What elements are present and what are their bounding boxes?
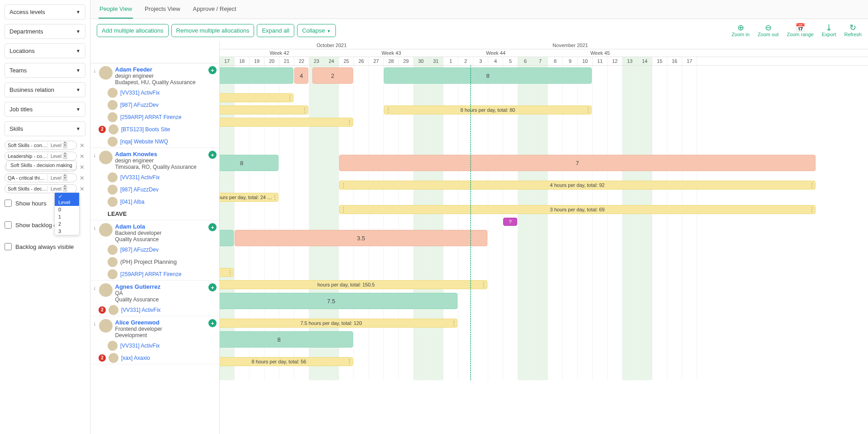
day-cell[interactable]: 5 [503, 57, 518, 65]
expand-all-button[interactable]: Expand all [257, 24, 294, 37]
availability-bar[interactable] [220, 67, 293, 84]
day-cell[interactable]: 18 [235, 57, 250, 65]
add-allocation-button[interactable]: + [208, 319, 217, 327]
backlog-visible-cb[interactable] [5, 243, 12, 250]
tab-approve-reject[interactable]: Approve / Reject [192, 0, 237, 19]
project-link[interactable]: [VV331] ActivFix [120, 90, 160, 96]
day-cell[interactable]: 15 [652, 57, 667, 65]
day-cell[interactable]: 1 [443, 57, 458, 65]
person-name-link[interactable]: Adam Lola [115, 223, 217, 230]
day-cell[interactable]: 7 [533, 57, 548, 65]
level-selector[interactable]: Level ▴▾ [47, 142, 67, 148]
allocation-bar[interactable]: ⋮ [220, 105, 308, 114]
day-cell[interactable]: 21 [279, 57, 294, 65]
person-name-link[interactable]: Alice Greenwod [115, 319, 217, 326]
project-link[interactable]: [987] AFuzzDev [120, 186, 159, 193]
day-cell[interactable]: 6 [518, 57, 533, 65]
allocation-track[interactable]: ⋮ [220, 267, 868, 279]
skill-pill[interactable]: Soft Skills - conflict r… Level ▴▾ [5, 141, 77, 150]
person-name-link[interactable]: Adam Knowles [115, 151, 217, 157]
allocation-track[interactable] [220, 368, 868, 380]
resize-handle-icon[interactable]: ⋮ [227, 269, 232, 276]
allocation-track[interactable]: ⋮⋮8 hours per day, total: 80⋮ [220, 104, 868, 116]
day-cell[interactable]: 27 [369, 57, 384, 65]
availability-bar[interactable]: 8 [384, 67, 592, 84]
filter-locations[interactable]: Locations▼ [5, 43, 85, 58]
level-dropdown[interactable]: ✓ Level0123 [54, 192, 80, 235]
project-link[interactable]: [259ARP] ARPAT Firenze [120, 114, 181, 120]
add-allocation-button[interactable]: + [208, 283, 217, 291]
project-link[interactable]: [VV331] ActivFix [121, 307, 160, 313]
day-cell[interactable]: 11 [593, 57, 608, 65]
day-cell[interactable]: 17 [220, 57, 235, 65]
day-cell[interactable]: 10 [578, 57, 593, 65]
project-link[interactable]: [259ARP] ARPAT Firenze [120, 271, 181, 277]
allocation-track[interactable]: 8 hours per day, total: 56⋮ [220, 356, 868, 368]
availability-bar[interactable]: 3.5 [235, 230, 487, 246]
project-link[interactable]: [BTS123] Boots Site [121, 126, 170, 133]
day-cell[interactable]: 16 [667, 57, 682, 65]
collapse-icon[interactable]: ↓ [93, 66, 96, 74]
resize-handle-icon[interactable]: ⋮ [272, 194, 277, 200]
remove-icon[interactable]: ✕ [79, 142, 85, 149]
allocation-bar[interactable]: 8 hours per day, total: 56⋮ [220, 357, 353, 366]
availability-bar[interactable]: 8 [220, 155, 278, 171]
level-option[interactable]: 3 [55, 228, 79, 235]
allocation-track[interactable] [220, 141, 868, 153]
day-cell[interactable]: 29 [399, 57, 414, 65]
remove-icon[interactable]: ✕ [79, 175, 85, 181]
tab-people-view[interactable]: People View [99, 0, 133, 19]
day-cell[interactable]: 23 [309, 57, 324, 65]
allocation-track[interactable]: 8 hours per day, total: 24 …⋮ [220, 191, 868, 204]
skill-pill[interactable]: Leadership - cost m… Level ▴▾ [5, 152, 77, 161]
level-option[interactable]: 2 [55, 220, 79, 228]
availability-bar[interactable] [220, 230, 234, 246]
remove-icon[interactable]: ✕ [79, 164, 85, 171]
level-selector[interactable]: Level ▴▾ [47, 153, 67, 159]
day-cell[interactable]: 3 [473, 57, 488, 65]
allocation-track[interactable]: ⋮4 hours per day, total: 92⋮ [220, 179, 868, 191]
zoom-in-button[interactable]: ⊕Zoom in [731, 24, 750, 37]
resize-handle-icon[interactable]: ⋮ [809, 206, 814, 213]
availability-track[interactable]: 7.5 [220, 291, 868, 317]
project-link[interactable]: [xax] Axaxio [121, 355, 150, 361]
resize-handle-icon[interactable]: ⋮ [302, 107, 307, 113]
add-multiple-allocations-button[interactable]: Add multiple allocations [97, 24, 169, 37]
collapse-icon[interactable]: ↓ [93, 283, 96, 291]
allocation-bar[interactable]: ⋮ [220, 268, 234, 277]
day-cell[interactable]: 8 [548, 57, 563, 65]
leave-bar[interactable]: ? [503, 218, 517, 226]
collapse-button[interactable]: Collapse▼ [297, 24, 336, 37]
allocation-track[interactable]: hours per day, total: 150.5⋮ [220, 279, 868, 291]
allocation-bar[interactable]: ⋮ [220, 93, 293, 102]
filter-job-titles[interactable]: Job titles▼ [5, 102, 85, 117]
backlog-visible-checkbox[interactable]: Backlog always visible [5, 243, 85, 250]
day-cell[interactable]: 24 [324, 57, 339, 65]
filter-teams[interactable]: Teams▼ [5, 63, 85, 78]
level-option[interactable]: 1 [55, 213, 79, 220]
export-button[interactable]: ⤓Export [822, 24, 836, 37]
availability-track[interactable]: 3.5 [220, 228, 868, 254]
filter-business-relation[interactable]: Business relation▼ [5, 82, 85, 97]
resize-handle-icon[interactable]: ⋮ [809, 182, 814, 188]
resize-handle-icon[interactable]: ⋮ [341, 206, 345, 213]
availability-bar[interactable]: 2 [312, 67, 353, 84]
leave-track[interactable]: ? [220, 216, 868, 228]
project-link[interactable]: [987] AFuzzDev [120, 247, 159, 253]
day-cell[interactable]: 9 [563, 57, 578, 65]
day-cell[interactable]: 12 [608, 57, 623, 65]
day-cell[interactable]: 26 [354, 57, 369, 65]
project-link[interactable]: [VV331] ActivFix [120, 343, 160, 349]
allocation-bar[interactable]: 7.5 hours per day, total: 120⋮ [220, 319, 458, 328]
filter-skills[interactable]: Skills▼ [5, 121, 85, 136]
day-cell[interactable]: 28 [384, 57, 399, 65]
day-cell[interactable]: 17 [682, 57, 697, 65]
day-cell[interactable]: 31 [429, 57, 443, 65]
allocation-bar[interactable]: ⋮ [220, 118, 353, 127]
project-link[interactable]: [nqa] Website NWQ [120, 138, 168, 145]
day-cell[interactable]: 13 [623, 57, 637, 65]
person-name-link[interactable]: Agnes Gutierrez [115, 283, 217, 290]
day-cell[interactable]: 4 [488, 57, 503, 65]
remove-icon[interactable]: ✕ [79, 186, 85, 192]
collapse-icon[interactable]: ↓ [93, 319, 96, 327]
